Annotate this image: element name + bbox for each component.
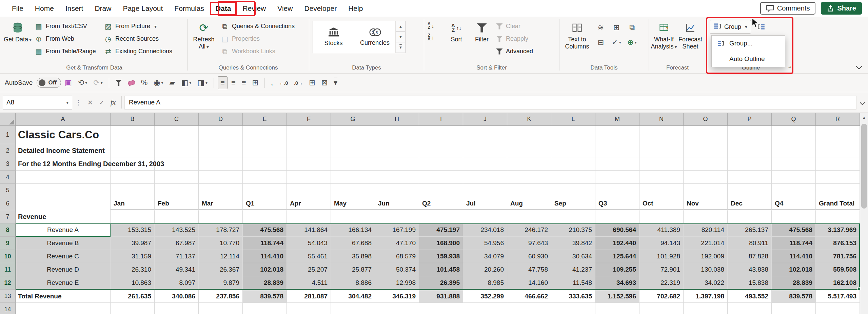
cell-K12[interactable]: 14.160: [507, 276, 551, 290]
ribbon-tab-help[interactable]: Help: [342, 2, 369, 15]
cell-N10[interactable]: 101.928: [639, 250, 684, 263]
cell-I1[interactable]: [419, 126, 463, 144]
cell-I13[interactable]: 931.888: [419, 290, 463, 303]
cell-D6[interactable]: Mar: [199, 197, 243, 210]
cell-J8[interactable]: 234.018: [463, 223, 507, 237]
cell-H14[interactable]: [375, 303, 419, 314]
cell-B14[interactable]: [111, 303, 155, 314]
column-header-E[interactable]: E: [243, 113, 287, 126]
cell-M8[interactable]: 690.564: [595, 223, 639, 237]
column-header-B[interactable]: B: [111, 113, 155, 126]
cell-M4[interactable]: [595, 171, 639, 184]
clear-filter-button[interactable]: Clear: [494, 20, 552, 33]
cell-M3[interactable]: [595, 157, 639, 171]
cell-E8[interactable]: 475.568: [243, 223, 287, 237]
cell-O7[interactable]: [684, 210, 728, 223]
cell-O13[interactable]: 1.397.198: [684, 290, 728, 303]
cell-O9[interactable]: 221.014: [684, 237, 728, 250]
cell-J10[interactable]: 34.079: [463, 250, 507, 263]
cell-D12[interactable]: 9.879: [199, 276, 243, 290]
cell-P11[interactable]: 43.838: [728, 263, 772, 276]
cell-J9[interactable]: 54.956: [463, 237, 507, 250]
insert-function-button[interactable]: fx: [107, 98, 119, 107]
column-header-C[interactable]: C: [155, 113, 199, 126]
cell-H6[interactable]: Jun: [375, 197, 419, 210]
row-header-7[interactable]: 7: [0, 210, 16, 223]
cell-J11[interactable]: 20.260: [463, 263, 507, 276]
cancel-button[interactable]: ✕: [84, 99, 96, 106]
cell-B4[interactable]: [111, 171, 155, 184]
cell-N9[interactable]: 94.143: [639, 237, 684, 250]
queries-connections-button[interactable]: ⧉Queries & Connections: [219, 20, 303, 33]
cell-B11[interactable]: 26.310: [111, 263, 155, 276]
cell-L3[interactable]: [551, 157, 595, 171]
cell-M11[interactable]: 109.255: [595, 263, 639, 276]
cell-Q2[interactable]: [772, 144, 816, 157]
scrollbar-thumb[interactable]: [861, 124, 867, 209]
cell-B10[interactable]: 31.159: [111, 250, 155, 263]
cell-K4[interactable]: [507, 171, 551, 184]
cell-I7[interactable]: [419, 210, 463, 223]
reapply-filter-button[interactable]: Reapply: [494, 33, 552, 45]
ribbon-tab-view[interactable]: View: [272, 2, 298, 15]
ribbon-tab-review[interactable]: Review: [237, 2, 272, 15]
cell-B6[interactable]: Jan: [111, 197, 155, 210]
from-web-button[interactable]: ⊕From Web: [33, 33, 102, 45]
cell-D3[interactable]: [199, 157, 243, 171]
cell-O1[interactable]: [684, 126, 728, 144]
cell-C11[interactable]: 49.341: [155, 263, 199, 276]
cell-P4[interactable]: [728, 171, 772, 184]
cell-K11[interactable]: 47.758: [507, 263, 551, 276]
cell-A5[interactable]: [16, 184, 111, 197]
forecast-sheet-button[interactable]: Forecast Sheet: [677, 19, 703, 50]
cell-J4[interactable]: [463, 171, 507, 184]
cell-G3[interactable]: [331, 157, 375, 171]
cell-H3[interactable]: [375, 157, 419, 171]
data-validation-icon[interactable]: ✓▾: [609, 36, 624, 49]
cell-Q8[interactable]: 475.568: [772, 223, 816, 237]
cell-K1[interactable]: [507, 126, 551, 144]
cell-I5[interactable]: [419, 184, 463, 197]
cell-H11[interactable]: 50.374: [375, 263, 419, 276]
cell-K14[interactable]: [507, 303, 551, 314]
cell-E3[interactable]: [243, 157, 287, 171]
cell-L6[interactable]: Sep: [551, 197, 595, 210]
cell-B8[interactable]: 153.315: [111, 223, 155, 237]
remove-gridlines-icon[interactable]: ⊠: [319, 76, 330, 89]
cell-M9[interactable]: 192.440: [595, 237, 639, 250]
cell-A8[interactable]: Revenue A: [16, 223, 111, 237]
cell-P7[interactable]: [728, 210, 772, 223]
cell-L4[interactable]: [551, 171, 595, 184]
cell-L2[interactable]: [551, 144, 595, 157]
column-header-I[interactable]: I: [419, 113, 463, 126]
ribbon-tab-draw[interactable]: Draw: [89, 2, 117, 15]
cell-B13[interactable]: 261.635: [111, 290, 155, 303]
cell-L1[interactable]: [551, 126, 595, 144]
column-header-D[interactable]: D: [199, 113, 243, 126]
cell-N7[interactable]: [639, 210, 684, 223]
cell-A4[interactable]: [16, 171, 111, 184]
row-header-8[interactable]: 8: [0, 223, 16, 237]
row-header-1[interactable]: 1: [0, 126, 16, 144]
cell-L8[interactable]: 210.375: [551, 223, 595, 237]
cell-Q3[interactable]: [772, 157, 816, 171]
what-if-analysis-button[interactable]: ? What-If Analysis▾: [650, 19, 677, 51]
cell-I9[interactable]: 168.900: [419, 237, 463, 250]
cell-P5[interactable]: [728, 184, 772, 197]
cell-Q14[interactable]: [772, 303, 816, 314]
row-header-10[interactable]: 10: [0, 250, 16, 263]
column-header-J[interactable]: J: [463, 113, 507, 126]
formula-input[interactable]: Revenue A: [124, 96, 856, 110]
cell-M7[interactable]: [595, 210, 639, 223]
autosave-toggle[interactable]: Off: [37, 78, 61, 88]
cell-L11[interactable]: 41.237: [551, 263, 595, 276]
name-box-resizer[interactable]: ⋮: [72, 98, 84, 106]
stocks-button[interactable]: Stocks: [313, 21, 354, 53]
cell-B5[interactable]: [111, 184, 155, 197]
border-pen-icon[interactable]: ◨▾: [195, 76, 210, 89]
cell-Q7[interactable]: [772, 210, 816, 223]
ink-drop-icon[interactable]: ◉▾: [151, 76, 165, 89]
cell-A13[interactable]: Total Revenue: [16, 290, 111, 303]
row-header-13[interactable]: 13: [0, 290, 16, 303]
cell-L7[interactable]: [551, 210, 595, 223]
